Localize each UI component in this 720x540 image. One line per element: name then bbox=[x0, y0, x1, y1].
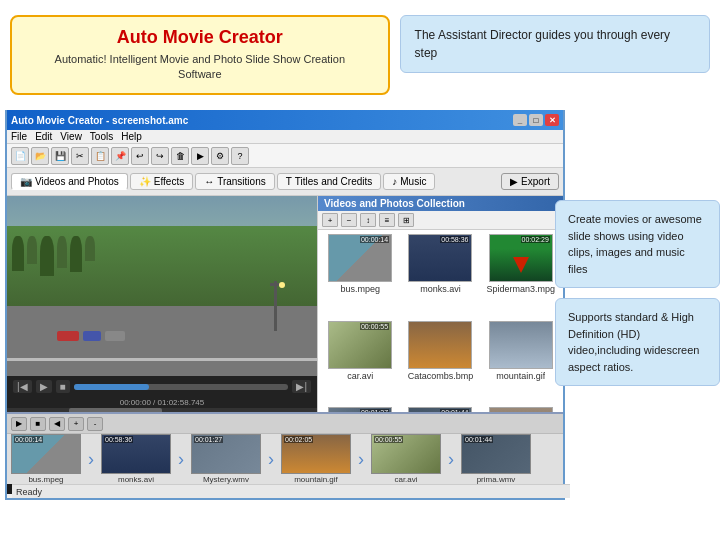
tl-thumb-3: 00:01:27 bbox=[191, 434, 261, 474]
nav-tabs: 📷 Videos and Photos ✨ Effects ↔ Transiti… bbox=[7, 168, 563, 196]
tree-6 bbox=[85, 236, 95, 261]
menu-view[interactable]: View bbox=[60, 131, 82, 142]
maximize-button[interactable]: □ bbox=[529, 114, 543, 126]
table-row[interactable]: 00:00:55 car.avi bbox=[371, 434, 441, 484]
media-label-monks: monks.avi bbox=[420, 284, 461, 294]
tab-effects[interactable]: ✨ Effects bbox=[130, 173, 193, 190]
table-row[interactable]: 00:01:27 Mystery.wmv bbox=[191, 434, 261, 484]
video-scene bbox=[7, 196, 317, 376]
toolbar-copy[interactable]: 📋 bbox=[91, 147, 109, 165]
tl-time-2: 00:58:36 bbox=[104, 436, 133, 443]
stop-button[interactable]: ■ bbox=[56, 380, 70, 393]
app-controls: _ □ ✕ bbox=[513, 114, 559, 126]
timeline-controls: ▶ ■ ◀ + - bbox=[7, 414, 563, 434]
road-line bbox=[7, 358, 317, 361]
list-item[interactable]: 00:58:36 monks.avi bbox=[402, 234, 478, 317]
list-item[interactable]: mountain.gif bbox=[483, 321, 559, 404]
tl-rewind[interactable]: ◀ bbox=[49, 417, 65, 431]
brand-subtitle: Automatic! Intelligent Movie and Photo S… bbox=[32, 52, 368, 83]
media-add-button[interactable]: + bbox=[322, 213, 338, 227]
tl-connector-1: › bbox=[81, 449, 101, 469]
feature-box-hd: Supports standard & High Definition (HD)… bbox=[555, 298, 720, 386]
toolbar-open[interactable]: 📂 bbox=[31, 147, 49, 165]
thumb-time-spiderman: 00:02:29 bbox=[521, 236, 550, 243]
list-item[interactable]: 00:00:14 bus.mpeg bbox=[322, 234, 398, 317]
transitions-icon: ↔ bbox=[204, 176, 214, 187]
toolbar-paste[interactable]: 📌 bbox=[111, 147, 129, 165]
videos-photos-icon: 📷 bbox=[20, 176, 32, 187]
media-view-button[interactable]: ≡ bbox=[379, 213, 395, 227]
menu-tools[interactable]: Tools bbox=[90, 131, 113, 142]
play-button[interactable]: ▶ bbox=[36, 380, 52, 393]
music-icon: ♪ bbox=[392, 176, 397, 187]
toolbar-play[interactable]: ▶ bbox=[191, 147, 209, 165]
tl-time-6: 00:01:44 bbox=[464, 436, 493, 443]
tl-time-5: 00:00:55 bbox=[374, 436, 403, 443]
timeline: ▶ ■ ◀ + - 00:00:14 bus.mpeg › 00:58:36 m… bbox=[7, 412, 563, 484]
toolbar-save[interactable]: 💾 bbox=[51, 147, 69, 165]
progress-bar[interactable] bbox=[74, 384, 289, 390]
table-row[interactable]: 00:58:36 monks.avi bbox=[101, 434, 171, 484]
tab-music-label: Music bbox=[400, 176, 426, 187]
toolbar-settings[interactable]: ⚙ bbox=[211, 147, 229, 165]
streetlight-bulb bbox=[279, 282, 285, 288]
forward-button[interactable]: ▶| bbox=[292, 380, 311, 393]
toolbar-cut[interactable]: ✂ bbox=[71, 147, 89, 165]
menu-edit[interactable]: Edit bbox=[35, 131, 52, 142]
table-row[interactable]: 00:01:44 prima.wmv bbox=[461, 434, 531, 484]
time-display: 00:00:00 / 01:02:58.745 bbox=[120, 398, 205, 407]
progress-fill bbox=[74, 384, 149, 390]
media-remove-button[interactable]: − bbox=[341, 213, 357, 227]
media-sort-button[interactable]: ↕ bbox=[360, 213, 376, 227]
tab-titles-label: Titles and Credits bbox=[295, 176, 372, 187]
minimize-button[interactable]: _ bbox=[513, 114, 527, 126]
menu-help[interactable]: Help bbox=[121, 131, 142, 142]
cars-row bbox=[57, 331, 125, 341]
tl-label-1: bus.mpeg bbox=[28, 475, 63, 484]
tl-zoom-out[interactable]: - bbox=[87, 417, 103, 431]
tree-4 bbox=[57, 236, 67, 268]
tl-label-2: monks.avi bbox=[118, 475, 154, 484]
media-panel-header: Videos and Photos Collection bbox=[318, 196, 563, 211]
media-thumb-car: 00:00:55 bbox=[328, 321, 392, 369]
list-item[interactable]: Catacombs.bmp bbox=[402, 321, 478, 404]
tl-time-3: 00:01:27 bbox=[194, 436, 223, 443]
toolbar-redo[interactable]: ↪ bbox=[151, 147, 169, 165]
menu-file[interactable]: File bbox=[11, 131, 27, 142]
toolbar-new[interactable]: 📄 bbox=[11, 147, 29, 165]
list-item[interactable]: 00:02:29 Spiderman3.mpg bbox=[483, 234, 559, 317]
thumb-time-car: 00:00:55 bbox=[360, 323, 389, 330]
car-1 bbox=[57, 331, 79, 341]
tl-stop[interactable]: ■ bbox=[30, 417, 46, 431]
thumb-time-bus: 00:00:14 bbox=[360, 236, 389, 243]
toolbar-delete[interactable]: 🗑 bbox=[171, 147, 189, 165]
table-row[interactable]: 00:00:14 bus.mpeg bbox=[11, 434, 81, 484]
tab-transitions-label: Transitions bbox=[217, 176, 266, 187]
tab-videos-photos[interactable]: 📷 Videos and Photos bbox=[11, 173, 128, 190]
tab-titles[interactable]: T Titles and Credits bbox=[277, 173, 382, 190]
tl-time-4: 00:02:05 bbox=[284, 436, 313, 443]
list-item[interactable]: 00:00:55 car.avi bbox=[322, 321, 398, 404]
export-button[interactable]: ▶ Export bbox=[501, 173, 559, 190]
toolbar-undo[interactable]: ↩ bbox=[131, 147, 149, 165]
brand-title: Auto Movie Creator bbox=[32, 27, 368, 48]
tab-transitions[interactable]: ↔ Transitions bbox=[195, 173, 275, 190]
toolbar-help[interactable]: ? bbox=[231, 147, 249, 165]
tl-zoom-in[interactable]: + bbox=[68, 417, 84, 431]
tree-1 bbox=[12, 236, 24, 271]
rewind-button[interactable]: |◀ bbox=[13, 380, 32, 393]
app-title: Auto Movie Creator - screenshot.amc bbox=[11, 115, 188, 126]
tl-time-1: 00:00:14 bbox=[14, 436, 43, 443]
tl-label-5: car.avi bbox=[394, 475, 417, 484]
media-label-mountain: mountain.gif bbox=[496, 371, 545, 381]
tl-play[interactable]: ▶ bbox=[11, 417, 27, 431]
media-grid-button[interactable]: ⊞ bbox=[398, 213, 414, 227]
media-label-spiderman: Spiderman3.mpg bbox=[487, 284, 556, 294]
tree-3 bbox=[40, 236, 54, 276]
tab-music[interactable]: ♪ Music bbox=[383, 173, 435, 190]
export-icon: ▶ bbox=[510, 176, 518, 187]
media-thumb-monks: 00:58:36 bbox=[408, 234, 472, 282]
media-thumb-catacombs bbox=[408, 321, 472, 369]
table-row[interactable]: 00:02:05 mountain.gif bbox=[281, 434, 351, 484]
close-button[interactable]: ✕ bbox=[545, 114, 559, 126]
